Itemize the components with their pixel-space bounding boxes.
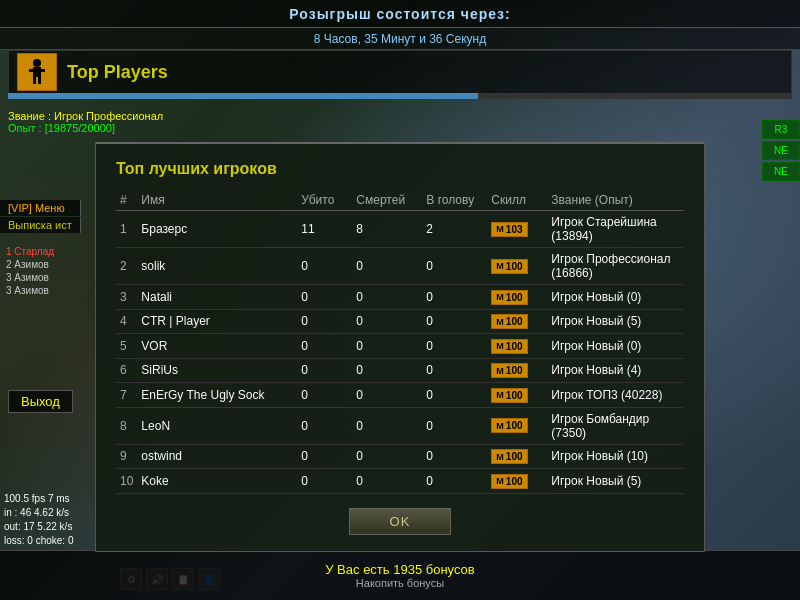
cell-deaths: 0 [352,358,422,383]
cell-num: 2 [116,248,137,285]
skill-badge: M100 [491,474,527,489]
sidebar-btn-2[interactable]: NE [762,141,800,160]
left-player-4: 3 Азимов [0,284,60,297]
table-row: 10 Koke 0 0 0 M100 Игрок Новый (5) [116,469,684,494]
progress-bar-container [8,93,792,99]
cell-deaths: 0 [352,469,422,494]
col-header-kills: Убито [297,190,352,211]
ok-button-row: OK [116,508,684,535]
cell-skill: M100 [487,285,547,310]
skill-badge: M100 [491,290,527,305]
cell-skill: M100 [487,407,547,444]
cell-kills: 0 [297,309,352,334]
cell-rank: Игрок Новый (0) [547,334,684,359]
cell-hs: 0 [422,383,487,408]
cell-skill: M100 [487,248,547,285]
sidebar-btn-1[interactable]: R3 [762,120,800,139]
cell-deaths: 0 [352,248,422,285]
col-header-num: # [116,190,137,211]
modal-title: Топ лучших игроков [116,160,684,178]
cell-hs: 0 [422,285,487,310]
ok-button[interactable]: OK [349,508,452,535]
cell-name: Koke [137,469,297,494]
cell-rank: Игрок Профессионал (16866) [547,248,684,285]
cell-num: 4 [116,309,137,334]
cell-rank: Игрок Старейшина (13894) [547,211,684,248]
fps-line: 100.5 fps 7 ms [4,492,73,506]
skill-badge: M100 [491,363,527,378]
player-zvanie: Звание : Игрок Профессионал [8,110,163,122]
col-header-deaths: Смертей [352,190,422,211]
cell-name: Natali [137,285,297,310]
game-logo [17,53,57,91]
cell-kills: 0 [297,358,352,383]
cell-kills: 0 [297,407,352,444]
cell-skill: M103 [487,211,547,248]
out-line: out: 17 5.22 k/s [4,520,73,534]
cell-rank: Игрок Бомбандир (7350) [547,407,684,444]
left-player-2: 2 Азимов [0,258,60,271]
cell-rank: Игрок Новый (5) [547,469,684,494]
cell-name: VOR [137,334,297,359]
cell-kills: 0 [297,248,352,285]
timer-text: 8 Часов, 35 Минут и 36 Секунд [314,32,486,46]
cell-rank: Игрок Новый (0) [547,285,684,310]
cell-deaths: 0 [352,285,422,310]
cell-rank: Игрок Новый (10) [547,444,684,469]
cell-rank: Игрок Новый (4) [547,358,684,383]
skill-badge: M100 [491,259,527,274]
col-header-skill: Скилл [487,190,547,211]
cell-kills: 0 [297,444,352,469]
bonus-sub[interactable]: Накопить бонусы [356,577,444,589]
cell-name: CTR | Player [137,309,297,334]
cell-deaths: 0 [352,407,422,444]
cell-skill: M100 [487,383,547,408]
cell-name: solik [137,248,297,285]
skill-badge: M100 [491,418,527,433]
cell-skill: M100 [487,469,547,494]
vypiska-menu-item[interactable]: Выписка ист [0,217,81,233]
cell-hs: 0 [422,469,487,494]
skill-badge: M100 [491,449,527,464]
left-player-3: 3 Азимов [0,271,60,284]
col-header-name: Имя [137,190,297,211]
table-row: 5 VOR 0 0 0 M100 Игрок Новый (0) [116,334,684,359]
top-header-bar: Розыгрыш состоится через: [0,0,800,28]
table-row: 7 EnErGy The Ugly Sock 0 0 0 M100 Игрок … [116,383,684,408]
cell-deaths: 0 [352,334,422,359]
exit-button[interactable]: Выход [8,390,73,413]
left-player-1: 1 Старлад [0,245,60,258]
cell-hs: 0 [422,309,487,334]
cell-num: 1 [116,211,137,248]
vip-menu-item[interactable]: [VIP] Меню [0,200,81,216]
progress-bar-fill [8,93,478,99]
cell-hs: 0 [422,407,487,444]
skill-badge: M100 [491,314,527,329]
right-sidebar: R3 NE NE [762,120,800,181]
cell-hs: 0 [422,444,487,469]
fps-info: 100.5 fps 7 ms in : 46 4.62 k/s out: 17 … [4,492,73,548]
cell-num: 3 [116,285,137,310]
table-row: 9 ostwind 0 0 0 M100 Игрок Новый (10) [116,444,684,469]
table-row: 8 LeoN 0 0 0 M100 Игрок Бомбандир (7350) [116,407,684,444]
panel-title: Top Players [67,62,168,83]
cell-skill: M100 [487,334,547,359]
in-line: in : 46 4.62 k/s [4,506,73,520]
cell-kills: 0 [297,469,352,494]
cell-deaths: 0 [352,309,422,334]
cell-kills: 0 [297,334,352,359]
sidebar-btn-3[interactable]: NE [762,162,800,181]
table-row: 3 Natali 0 0 0 M100 Игрок Новый (0) [116,285,684,310]
cell-deaths: 0 [352,383,422,408]
player-info-panel: Звание : Игрок Профессионал Опыт : [1987… [8,110,163,134]
bottom-bar: У Вас есть 1935 бонусов Накопить бонусы [0,550,800,600]
svg-rect-4 [38,77,41,84]
cell-name: SiRiUs [137,358,297,383]
cell-num: 6 [116,358,137,383]
cell-hs: 0 [422,334,487,359]
cell-skill: M100 [487,444,547,469]
cell-num: 7 [116,383,137,408]
col-header-rank: Звание (Опыт) [547,190,684,211]
cell-skill: M100 [487,309,547,334]
table-row: 6 SiRiUs 0 0 0 M100 Игрок Новый (4) [116,358,684,383]
